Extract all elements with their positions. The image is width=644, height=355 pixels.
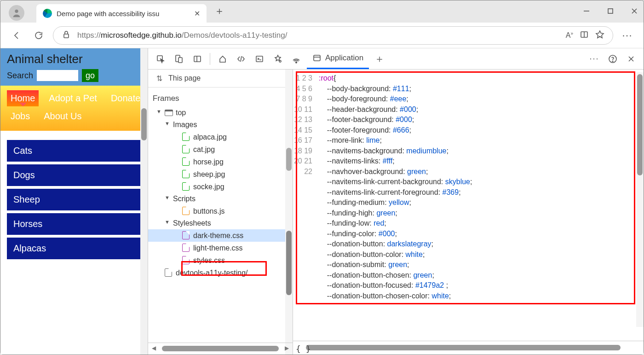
nav-donate[interactable]: Donate: [107, 90, 144, 106]
cat-alpacas[interactable]: Alpacas: [7, 238, 141, 259]
devtools-more-icon[interactable]: ···: [586, 51, 602, 67]
lock-icon: [62, 30, 71, 41]
tree-top[interactable]: ▼top: [148, 107, 293, 119]
source-text: :root{ --body-background: #111; --body-f…: [316, 70, 644, 341]
browser-window: Demo page with accessibility issu ✕ ＋ ht…: [0, 0, 644, 355]
device-icon[interactable]: [171, 51, 187, 67]
nav-home[interactable]: Home: [7, 90, 39, 106]
svg-point-18: [612, 61, 613, 62]
favorite-icon[interactable]: [595, 30, 604, 41]
code-editor[interactable]: 1 2 3 4 5 6 7 8 9 10 11 12 13 14 15 16 1…: [293, 70, 644, 341]
profile-avatar[interactable]: [9, 5, 24, 21]
add-tab-icon[interactable]: ＋: [372, 51, 387, 67]
application-tab[interactable]: Application: [307, 48, 369, 69]
inspect-icon[interactable]: [153, 51, 168, 67]
pretty-print-icon[interactable]: { }: [296, 344, 311, 354]
url-input[interactable]: https://microsoftedge.github.io/Demos/de…: [53, 26, 613, 45]
svg-point-0: [15, 10, 18, 13]
back-button[interactable]: [9, 28, 24, 43]
page-header: Animal shelter Search go: [0, 48, 148, 86]
elements-tab-icon[interactable]: [233, 51, 249, 67]
browser-tab[interactable]: Demo page with accessibility issu ✕: [36, 4, 207, 23]
tree-file[interactable]: styles.css: [148, 254, 293, 267]
tree-file[interactable]: buttons.js: [148, 205, 293, 217]
svg-rect-9: [178, 58, 182, 63]
svg-point-13: [279, 60, 281, 62]
devtools-toolbar: Application ＋ ···: [148, 48, 644, 70]
close-tab-icon[interactable]: ✕: [194, 9, 200, 18]
main-nav: Home Adopt a Pet Donate Jobs About Us: [0, 86, 148, 131]
this-page-filter[interactable]: This page: [148, 70, 293, 87]
search-input[interactable]: [37, 70, 78, 81]
cat-dogs[interactable]: Dogs: [7, 164, 141, 186]
svg-rect-5: [64, 34, 69, 38]
edge-icon: [43, 9, 52, 18]
tree-file[interactable]: light-theme.css: [148, 242, 293, 254]
svg-rect-2: [608, 9, 613, 13]
minimize-icon[interactable]: [582, 6, 591, 17]
tree-last[interactable]: devtools-a11y-testing/: [148, 267, 293, 279]
welcome-tab-icon[interactable]: [215, 51, 230, 67]
svg-point-14: [296, 62, 297, 63]
address-bar: https://microsoftedge.github.io/Demos/de…: [0, 23, 644, 48]
tree-file-selected[interactable]: dark-theme.css: [148, 229, 293, 242]
close-window-icon[interactable]: [630, 6, 639, 17]
read-aloud-icon[interactable]: A»: [566, 31, 573, 40]
svg-rect-15: [314, 55, 320, 61]
search-form: Search go: [7, 69, 141, 82]
tree-file[interactable]: alpaca.jpg: [148, 131, 293, 143]
panel-icon[interactable]: [190, 51, 205, 67]
new-tab-button[interactable]: ＋: [214, 4, 224, 18]
page-scrollbar[interactable]: [140, 48, 148, 355]
more-menu-icon[interactable]: ···: [620, 28, 635, 43]
window-controls: [582, 0, 639, 23]
tree-stylesheets[interactable]: ▼Stylesheets: [148, 217, 293, 229]
devtools-body: This page Frames ▼top ▼Images alpaca.jpg…: [148, 70, 644, 355]
demo-page: Animal shelter Search go Home Adopt a Pe…: [0, 48, 148, 355]
url-text: https://microsoftedge.github.io/Demos/de…: [77, 31, 559, 40]
sources-tab-icon[interactable]: [270, 51, 286, 67]
code-v-scrollbar[interactable]: [636, 72, 644, 327]
category-list: Cats Dogs Sheep Horses Alpacas: [0, 131, 148, 268]
tab-title: Demo page with accessibility issu: [57, 10, 190, 17]
go-button[interactable]: go: [82, 69, 98, 82]
frames-heading: Frames: [148, 87, 293, 105]
search-label: Search: [7, 71, 33, 81]
tree-file[interactable]: horse.jpg: [148, 156, 293, 168]
sidebar-scrollbar[interactable]: [285, 70, 293, 355]
console-tab-icon[interactable]: [252, 51, 267, 67]
nav-jobs[interactable]: Jobs: [7, 108, 34, 124]
maximize-icon[interactable]: [606, 6, 615, 17]
refresh-button[interactable]: [31, 28, 46, 43]
devtools: Application ＋ ··· This page Frames ▼top …: [148, 48, 644, 355]
tree-file[interactable]: cat.jpg: [148, 143, 293, 156]
tree-scripts[interactable]: ▼Scripts: [148, 193, 293, 205]
cat-sheep[interactable]: Sheep: [7, 189, 141, 210]
code-panel: 1 2 3 4 5 6 7 8 9 10 11 12 13 14 15 16 1…: [293, 70, 644, 355]
line-gutter: 1 2 3 4 5 6 7 8 9 10 11 12 13 14 15 16 1…: [293, 70, 316, 341]
page-title: Animal shelter: [7, 52, 141, 66]
cat-horses[interactable]: Horses: [7, 213, 141, 235]
sidebar-h-scroll[interactable]: ◀▶: [148, 343, 293, 355]
nav-adopt[interactable]: Adopt a Pet: [45, 90, 101, 106]
reader-icon[interactable]: [580, 30, 589, 41]
tree-file[interactable]: socke.jpg: [148, 180, 293, 193]
cat-cats[interactable]: Cats: [7, 140, 141, 162]
frames-sidebar: This page Frames ▼top ▼Images alpaca.jpg…: [148, 70, 293, 355]
tree-file[interactable]: sheep.jpg: [148, 168, 293, 180]
titlebar: Demo page with accessibility issu ✕ ＋: [0, 0, 644, 23]
frames-tree: ▼top ▼Images alpaca.jpg cat.jpg horse.jp…: [148, 105, 293, 281]
help-icon[interactable]: [605, 51, 621, 67]
content-area: Animal shelter Search go Home Adopt a Pe…: [0, 48, 644, 355]
code-h-scrollbar[interactable]: [293, 341, 644, 355]
nav-about[interactable]: About Us: [40, 108, 85, 124]
tree-images[interactable]: ▼Images: [148, 119, 293, 131]
svg-rect-10: [194, 56, 201, 62]
devtools-close-icon[interactable]: [623, 51, 639, 67]
network-tab-icon[interactable]: [288, 51, 304, 67]
